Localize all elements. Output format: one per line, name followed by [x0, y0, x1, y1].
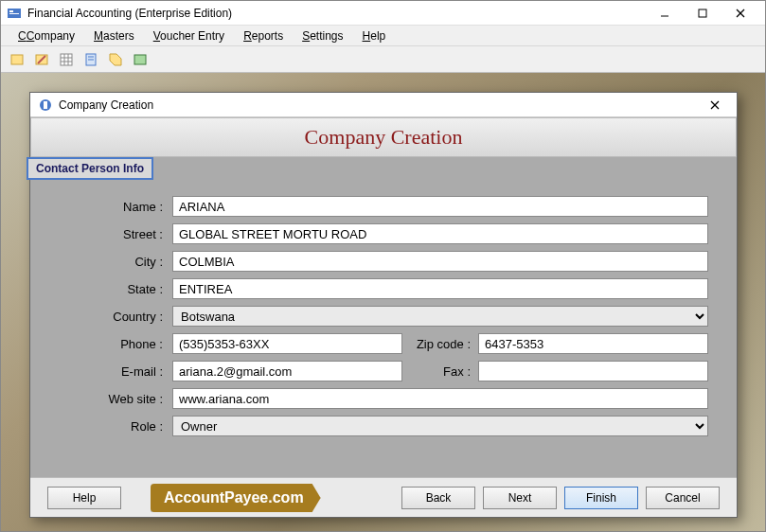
website-field[interactable]	[172, 388, 708, 409]
row-role: Role : Owner	[59, 415, 708, 437]
row-email: E-mail : Fax :	[59, 360, 708, 382]
toolbar-tag-icon[interactable]	[105, 49, 126, 70]
label-email: E-mail :	[59, 364, 172, 379]
dialog-close-button[interactable]	[701, 95, 729, 115]
zip-field[interactable]	[478, 333, 708, 354]
tab-contact-person-info[interactable]: Contact Person Info	[27, 157, 153, 180]
street-field[interactable]	[172, 223, 708, 244]
watermark-badge: AccountPayee.com	[151, 484, 321, 512]
label-phone: Phone :	[59, 337, 172, 351]
back-button[interactable]: Back	[401, 487, 475, 509]
name-field[interactable]	[172, 196, 708, 217]
label-country: Country :	[59, 310, 172, 324]
cancel-button[interactable]: Cancel	[646, 487, 720, 509]
fax-field[interactable]	[478, 361, 708, 381]
row-city: City :	[59, 250, 708, 273]
label-street: Street :	[59, 227, 172, 241]
svg-rect-7	[11, 55, 23, 64]
toolbar-edit-icon[interactable]	[31, 49, 52, 70]
toolbar-report-icon[interactable]	[80, 49, 101, 70]
app-titlebar: Financial Accounting (Enterprise Edition…	[1, 1, 765, 26]
svg-rect-19	[134, 55, 146, 64]
app-window: Financial Accounting (Enterprise Edition…	[0, 0, 766, 532]
phone-field[interactable]	[172, 333, 402, 354]
dialog-titlebar: Company Creation	[30, 93, 737, 117]
role-select[interactable]: Owner	[172, 416, 708, 436]
form-area: Name : Street : City : State : Country :	[30, 157, 737, 477]
toolbar	[1, 46, 765, 73]
toolbar-new-icon[interactable]	[7, 49, 27, 70]
menu-company-label: Company	[27, 29, 75, 43]
menu-masters[interactable]: Masters	[84, 27, 144, 44]
label-zip: Zip code :	[402, 337, 478, 351]
menu-settings[interactable]: Settings	[293, 27, 352, 44]
svg-rect-4	[699, 9, 706, 17]
svg-marker-18	[110, 54, 121, 65]
client-area: Company Creation Company Creation Contac…	[1, 73, 765, 531]
toolbar-ledger-icon[interactable]	[130, 49, 151, 70]
svg-rect-21	[44, 101, 47, 109]
label-city: City :	[59, 255, 172, 269]
menu-company[interactable]: CCompany	[9, 27, 84, 44]
dialog-icon	[38, 98, 53, 113]
app-icon	[7, 6, 22, 21]
label-fax: Fax :	[402, 364, 478, 379]
dialog-footer: Help Back Next Finish Cancel	[30, 477, 737, 517]
row-website: Web site :	[59, 387, 708, 410]
label-website: Web site :	[59, 392, 172, 406]
toolbar-grid-icon[interactable]	[56, 49, 77, 70]
label-role: Role :	[59, 419, 172, 434]
row-phone: Phone : Zip code :	[59, 332, 708, 355]
window-controls	[646, 1, 759, 26]
dialog-title: Company Creation	[59, 98, 701, 112]
country-select[interactable]: Botswana	[172, 306, 708, 327]
svg-rect-1	[9, 10, 13, 12]
menu-reports[interactable]: Reports	[234, 27, 293, 44]
row-street: Street :	[59, 222, 708, 245]
next-button[interactable]: Next	[483, 487, 557, 509]
close-button[interactable]	[721, 1, 759, 26]
menubar: CCompany Masters Voucher Entry Reports S…	[1, 26, 765, 46]
dialog-header: Company Creation	[30, 117, 737, 157]
menu-voucher[interactable]: Voucher Entry	[144, 27, 234, 44]
company-creation-dialog: Company Creation Company Creation Contac…	[29, 92, 738, 518]
dialog-heading: Company Creation	[305, 125, 463, 150]
minimize-button[interactable]	[646, 1, 684, 26]
menu-help[interactable]: Help	[353, 27, 396, 44]
maximize-button[interactable]	[684, 1, 721, 26]
app-title: Financial Accounting (Enterprise Edition…	[27, 7, 646, 20]
row-name: Name :	[59, 195, 708, 218]
label-name: Name :	[59, 200, 172, 214]
city-field[interactable]	[172, 251, 708, 272]
svg-rect-10	[61, 54, 72, 65]
finish-button[interactable]: Finish	[564, 487, 638, 509]
svg-rect-2	[9, 13, 19, 14]
email-field[interactable]	[172, 361, 402, 381]
row-state: State :	[59, 277, 708, 300]
row-country: Country : Botswana	[59, 305, 708, 328]
label-state: State :	[59, 282, 172, 296]
help-button[interactable]: Help	[47, 487, 121, 509]
state-field[interactable]	[172, 278, 708, 299]
